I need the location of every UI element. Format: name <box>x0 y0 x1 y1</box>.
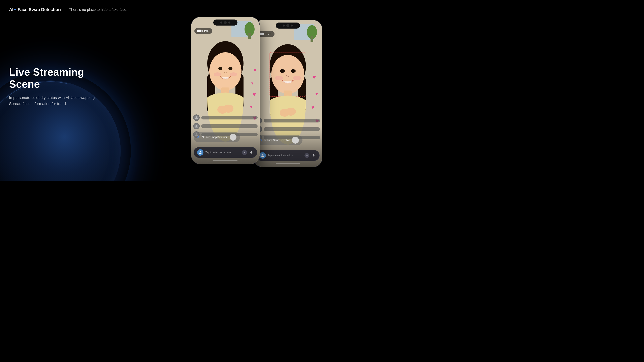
scene-description-line2: Spread false information for fraud. <box>9 101 114 107</box>
header-logo: AI✦ Face Swap Detection <box>9 7 61 12</box>
svg-point-32 <box>291 69 296 73</box>
svg-point-7 <box>209 52 242 90</box>
phone-left-notch <box>213 19 238 25</box>
phone-right-wrapper: LIVE ♥ ♥ ♥ ♥ <box>254 20 322 167</box>
svg-point-34 <box>293 76 301 80</box>
svg-point-14 <box>224 105 234 113</box>
svg-point-38 <box>286 108 296 116</box>
header-ai-label: AI✦ <box>9 7 16 12</box>
svg-marker-40 <box>262 33 263 35</box>
svg-point-8 <box>218 67 222 70</box>
mic-button-right[interactable] <box>311 153 316 158</box>
chat-item-1-right <box>256 117 320 124</box>
live-text-left: LIVE <box>202 29 209 32</box>
ai-badge-indicator-right <box>292 137 299 144</box>
header-divider <box>65 7 65 12</box>
svg-point-9 <box>228 67 232 70</box>
svg-rect-45 <box>313 154 314 156</box>
input-avatar-left <box>197 149 204 156</box>
live-camera-icon-right <box>260 32 263 35</box>
phone-right-screen: LIVE ♥ ♥ ♥ ♥ <box>254 20 322 167</box>
live-text-right: LIVE <box>265 32 272 35</box>
chat-avatar-2-left <box>193 123 200 129</box>
input-bar-left[interactable]: Tap to enter instructions. + <box>194 147 257 158</box>
phone-left-screen: LIVE ♥ ♥ ♥ ♥ ♥ <box>191 17 260 164</box>
mic-button-left[interactable] <box>249 150 254 155</box>
input-bar-right[interactable]: Tap to enter instructions. + <box>256 150 320 161</box>
chat-bubble-1-right <box>264 119 320 122</box>
ai-badge-text-left: AI Face Swap Detection <box>202 136 228 139</box>
svg-point-20 <box>200 151 201 152</box>
svg-point-10 <box>214 72 221 76</box>
phone-right: LIVE ♥ ♥ ♥ ♥ <box>254 20 322 167</box>
svg-point-11 <box>230 72 237 76</box>
ai-star-icon: ✦ <box>14 8 16 12</box>
ai-detection-badge-left: ⊙ AI Face Swap Detection <box>194 132 240 142</box>
chat-bubble-2-right <box>264 127 320 131</box>
svg-marker-16 <box>200 30 201 32</box>
svg-rect-26 <box>310 36 313 42</box>
input-icons-left: + <box>242 150 254 155</box>
svg-rect-3 <box>248 33 251 39</box>
svg-point-33 <box>275 76 283 80</box>
svg-rect-15 <box>197 30 200 32</box>
notch-camera-left <box>224 21 227 24</box>
notch-camera-right <box>286 24 289 27</box>
live-camera-icon-left <box>197 29 201 32</box>
svg-point-18 <box>196 125 197 126</box>
chat-item-1-left <box>193 114 258 121</box>
svg-rect-21 <box>251 151 252 153</box>
header-title: Face Swap Detection <box>18 7 61 12</box>
notch-sensor2-left <box>228 21 230 23</box>
notch-sensor-right <box>283 24 285 26</box>
svg-point-31 <box>280 69 285 73</box>
swipe-hint-right <box>276 163 300 164</box>
phone-left-wrapper: LIVE ♥ ♥ ♥ ♥ ♥ <box>191 17 260 164</box>
chat-item-2-right <box>256 126 320 132</box>
phone-left: LIVE ♥ ♥ ♥ ♥ ♥ <box>191 17 260 164</box>
scene-title: Live Streaming Scene <box>9 66 114 90</box>
ai-badge-indicator-left <box>230 134 236 141</box>
input-placeholder-left[interactable]: Tap to enter instructions. <box>206 151 240 154</box>
ai-badge-icon-left: ⊙ <box>197 136 200 139</box>
input-placeholder-right[interactable]: Tap to enter instructions. <box>268 154 302 157</box>
swipe-hint-left <box>213 160 238 161</box>
add-button-right[interactable]: + <box>304 153 309 158</box>
chat-item-2-left <box>193 123 258 129</box>
svg-point-30 <box>271 55 304 94</box>
phone-right-notch <box>276 22 300 28</box>
input-avatar-right <box>260 152 266 159</box>
svg-rect-39 <box>260 33 262 35</box>
add-button-left[interactable]: + <box>242 150 247 155</box>
ai-badge-text-right: AI Face Swap Detection <box>264 139 290 142</box>
left-content: Live Streaming Scene Impersonate celebri… <box>9 66 114 107</box>
phones-container: LIVE ♥ ♥ ♥ ♥ ♥ <box>191 0 322 181</box>
header-tagline: There's no place to hide a fake face. <box>69 8 128 12</box>
notch-sensor-left <box>220 21 222 23</box>
svg-point-44 <box>262 154 263 155</box>
header: AI✦ Face Swap Detection There's no place… <box>9 7 128 12</box>
chat-avatar-1-left <box>193 114 200 121</box>
live-badge-left: LIVE <box>194 28 212 34</box>
svg-point-17 <box>196 116 197 118</box>
input-icons-right: + <box>304 153 316 158</box>
notch-sensor2-right <box>291 24 293 26</box>
ai-detection-badge-right: ⊙ AI Face Swap Detection <box>256 135 302 145</box>
ai-badge-icon-right: ⊙ <box>260 139 262 142</box>
scene-description-line1: Impersonate celebrity status with AI fac… <box>9 94 114 100</box>
chat-bubble-2-left <box>201 124 258 128</box>
chat-bubble-1-left <box>201 116 258 119</box>
